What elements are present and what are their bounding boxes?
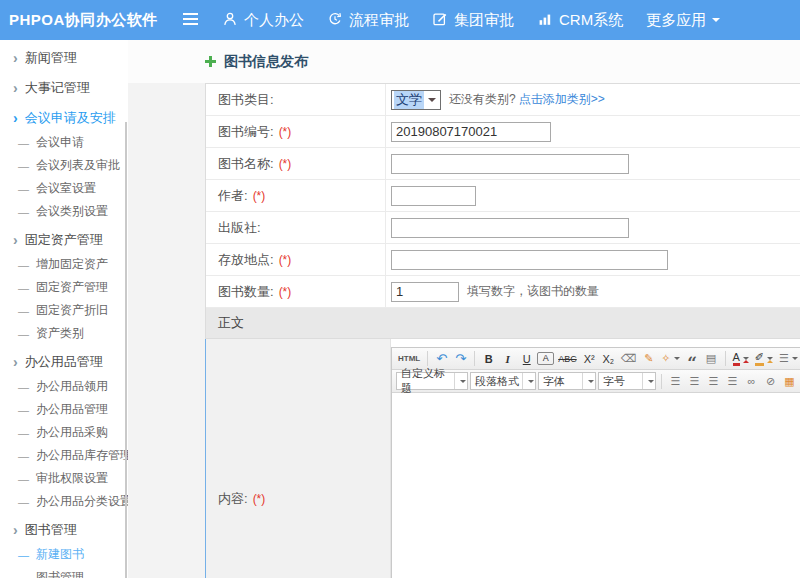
bar-chart-icon bbox=[537, 11, 553, 30]
field-label: 内容: bbox=[218, 490, 248, 508]
author-input[interactable] bbox=[391, 186, 476, 206]
auto-typeset-button[interactable]: ✧ bbox=[659, 350, 681, 368]
paste-plain-button[interactable]: ▤ bbox=[703, 350, 720, 368]
sidebar-item-add-fixed-asset[interactable]: —增加固定资产 bbox=[0, 253, 128, 276]
sidebar-item-supplies-mgmt[interactable]: —办公用品管理 bbox=[0, 398, 128, 421]
align-justify-button[interactable]: ☰ bbox=[724, 372, 741, 390]
dash-icon: — bbox=[18, 549, 29, 561]
sidebar-item-label: 办公用品管理 bbox=[36, 401, 108, 418]
sidebar-item-asset-depreciation[interactable]: —固定资产折旧 bbox=[0, 299, 128, 322]
sidebar-item-supplies-requisition[interactable]: —办公用品领用 bbox=[0, 375, 128, 398]
sidebar-item-news[interactable]: ›新闻管理 bbox=[0, 45, 128, 71]
menu-hamburger-icon[interactable] bbox=[183, 13, 198, 28]
sidebar-item-meeting-apply[interactable]: —会议申请 bbox=[0, 131, 128, 154]
sidebar-item-label: 新闻管理 bbox=[25, 49, 77, 67]
font-family-select[interactable]: 字体 bbox=[538, 372, 596, 390]
highlight-color-button[interactable]: ✐ bbox=[753, 350, 775, 368]
chevron-right-icon: › bbox=[13, 81, 18, 95]
sidebar-item-supplies-purchase[interactable]: —办公用品采购 bbox=[0, 421, 128, 444]
sidebar: ›新闻管理 ›大事记管理 ›会议申请及安排 —会议申请 —会议列表及审批 —会议… bbox=[0, 40, 128, 578]
add-category-link[interactable]: 点击添加类别>> bbox=[519, 91, 605, 108]
book-number-input[interactable] bbox=[391, 122, 551, 142]
user-icon bbox=[222, 11, 238, 30]
nav-label: 个人办公 bbox=[244, 11, 304, 30]
blockquote-button[interactable]: “ bbox=[684, 350, 701, 368]
underline-button[interactable]: U bbox=[518, 350, 535, 368]
strikethrough-button[interactable]: ABC bbox=[556, 350, 579, 368]
quantity-hint: 填写数字，该图书的数量 bbox=[467, 283, 599, 300]
required-mark: (*) bbox=[253, 492, 266, 506]
book-name-input[interactable] bbox=[391, 154, 629, 174]
editor-toolbar-row2: 自定义标题 段落格式 字体 字号 ☰ ☰ ☰ ☰ ∞ ⊘ ▦ ▦+ bbox=[392, 370, 800, 393]
sidebar-item-fixed-assets[interactable]: ›固定资产管理 bbox=[0, 227, 128, 253]
font-size-select[interactable]: 字号 bbox=[598, 372, 656, 390]
sidebar-item-meeting-room[interactable]: —会议室设置 bbox=[0, 177, 128, 200]
redo-button[interactable]: ↷ bbox=[452, 350, 469, 368]
sidebar-item-fixed-asset-mgmt[interactable]: —固定资产管理 bbox=[0, 276, 128, 299]
sidebar-item-label: 图书管理 bbox=[25, 521, 77, 539]
sidebar-item-meeting-list[interactable]: —会议列表及审批 bbox=[0, 154, 128, 177]
nav-crm-system[interactable]: CRM系统 bbox=[537, 11, 623, 30]
body-section-label: 正文 bbox=[218, 314, 244, 332]
sidebar-item-approval-permission[interactable]: —审批权限设置 bbox=[0, 467, 128, 490]
sidebar-item-book-mgmt[interactable]: —图书管理 bbox=[0, 566, 128, 578]
chevron-right-icon: › bbox=[13, 355, 18, 369]
publisher-input[interactable] bbox=[391, 218, 629, 238]
add-icon bbox=[205, 56, 216, 67]
sidebar-item-new-book[interactable]: —新建图书 bbox=[0, 543, 128, 566]
sidebar-item-label: 资产类别 bbox=[36, 325, 84, 342]
sidebar-item-office-supplies[interactable]: ›办公用品管理 bbox=[0, 349, 128, 375]
font-border-button[interactable]: A bbox=[537, 352, 554, 365]
sidebar-scrollbar[interactable] bbox=[125, 122, 127, 578]
sidebar-item-meeting-category[interactable]: —会议类别设置 bbox=[0, 200, 128, 223]
nav-label: 流程审批 bbox=[349, 11, 409, 30]
html-source-button[interactable]: HTML bbox=[396, 350, 422, 368]
image-button[interactable]: ▦ bbox=[781, 372, 798, 390]
nav-more-apps[interactable]: 更多应用 bbox=[646, 11, 720, 30]
book-category-select[interactable]: 文学 bbox=[391, 90, 441, 110]
field-label: 作者: bbox=[218, 187, 248, 205]
bold-button[interactable]: B bbox=[480, 350, 497, 368]
sidebar-item-label: 会议列表及审批 bbox=[36, 157, 120, 174]
font-color-button[interactable]: A bbox=[731, 350, 751, 368]
nav-personal-office[interactable]: 个人办公 bbox=[222, 11, 304, 30]
align-right-button[interactable]: ☰ bbox=[705, 372, 722, 390]
sidebar-item-asset-category[interactable]: —资产类别 bbox=[0, 322, 128, 345]
dash-icon: — bbox=[18, 427, 29, 439]
nav-process-approval[interactable]: 流程审批 bbox=[327, 11, 409, 30]
dash-icon: — bbox=[18, 137, 29, 149]
undo-button[interactable]: ↶ bbox=[433, 350, 450, 368]
required-mark: (*) bbox=[279, 157, 292, 171]
editor-content[interactable] bbox=[392, 393, 800, 578]
italic-button[interactable]: I bbox=[499, 350, 516, 368]
sidebar-item-memorabilia[interactable]: ›大事记管理 bbox=[0, 75, 128, 101]
format-painter-button[interactable]: ✎ bbox=[640, 350, 657, 368]
nav-group-approval[interactable]: 集团审批 bbox=[432, 11, 514, 30]
paragraph-format-select[interactable]: 段落格式 bbox=[470, 372, 536, 390]
subscript-button[interactable]: X₂ bbox=[600, 350, 617, 368]
chevron-down-icon bbox=[792, 357, 798, 363]
sidebar-item-meeting[interactable]: ›会议申请及安排 bbox=[0, 105, 128, 131]
chevron-down-icon bbox=[712, 18, 720, 26]
superscript-button[interactable]: X² bbox=[581, 350, 598, 368]
field-label: 图书名称: bbox=[218, 155, 274, 173]
unlink-button[interactable]: ⊘ bbox=[762, 372, 779, 390]
sidebar-item-books[interactable]: ›图书管理 bbox=[0, 517, 128, 543]
app-logo: PHPOA协同办公软件 bbox=[9, 11, 158, 30]
sidebar-item-supplies-inventory[interactable]: —办公用品库存管理 bbox=[0, 444, 128, 467]
form-row-quantity: 图书数量:(*) 填写数字，该图书的数量 bbox=[206, 276, 800, 308]
required-mark: (*) bbox=[253, 189, 266, 203]
quantity-input[interactable] bbox=[391, 282, 459, 302]
align-center-button[interactable]: ☰ bbox=[686, 372, 703, 390]
ordered-list-button[interactable]: ☰ bbox=[777, 350, 800, 368]
required-mark: (*) bbox=[279, 125, 292, 139]
align-left-button[interactable]: ☰ bbox=[667, 372, 684, 390]
body-section-header: 正文 bbox=[206, 308, 800, 339]
sidebar-item-supplies-category[interactable]: —办公用品分类设置 bbox=[0, 490, 128, 513]
link-button[interactable]: ∞ bbox=[743, 372, 760, 390]
eraser-button[interactable]: ⌫ bbox=[619, 350, 639, 368]
storage-location-input[interactable] bbox=[391, 250, 668, 270]
sidebar-item-label: 办公用品分类设置 bbox=[36, 493, 128, 510]
nav-label: 集团审批 bbox=[454, 11, 514, 30]
custom-title-select[interactable]: 自定义标题 bbox=[396, 372, 468, 390]
